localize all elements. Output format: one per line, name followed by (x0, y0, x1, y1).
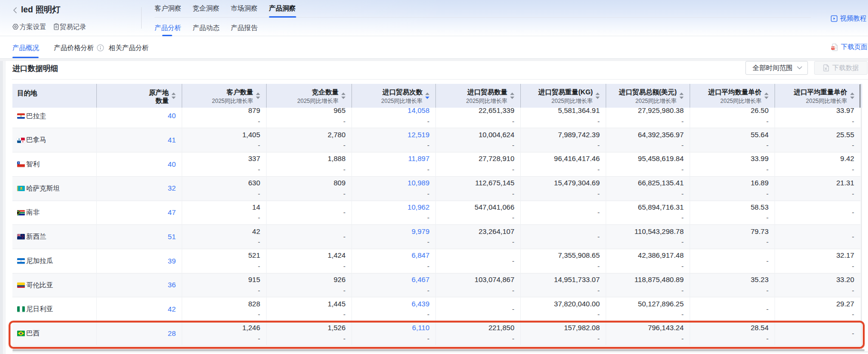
svg-text:PDF: PDF (831, 47, 835, 49)
